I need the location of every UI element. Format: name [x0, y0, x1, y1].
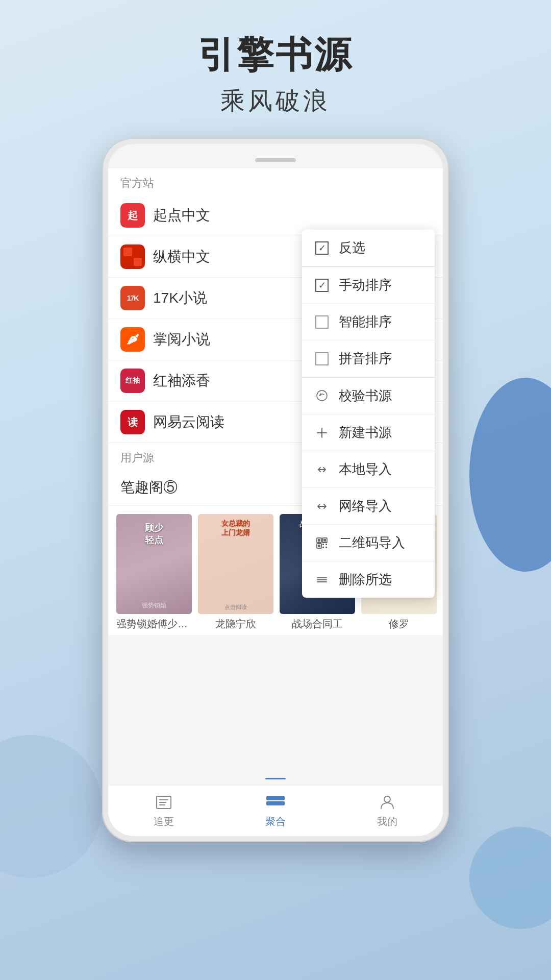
page-title-sub: 乘风破浪 [0, 85, 551, 117]
nav-icon-mine [377, 793, 397, 812]
svg-rect-16 [325, 547, 327, 548]
dropdown-item-fanxuan[interactable]: ✓ 反选 [302, 230, 435, 266]
dropdown-item-smart-sort[interactable]: 智能排序 [302, 304, 435, 340]
source-name-qidian: 起点中文 [153, 206, 210, 225]
dropdown-label-new-source: 新建书源 [339, 424, 392, 442]
svg-rect-24 [266, 796, 285, 800]
dropdown-label-net-import: 网络导入 [339, 497, 392, 515]
nav-icon-follow [154, 793, 174, 812]
source-icon-zhangyue: 🌶 [120, 327, 145, 352]
verify-icon [314, 388, 330, 404]
book-title-4: 修罗 [361, 617, 437, 631]
dropdown-label-local-import: 本地导入 [339, 460, 392, 478]
book-title-2: 龙隐宁欣 [198, 617, 273, 631]
pinyin-sort-icon [314, 351, 330, 366]
nav-item-juhe[interactable]: 聚合 [220, 793, 331, 828]
fanxuan-icon: ✓ [314, 240, 330, 256]
phone-screen: 23:19 🅿 ♪ ♪ ▪ • 📶 📡 100% 书 迷 [108, 168, 443, 836]
bottom-nav: 追更 聚合 [108, 785, 443, 836]
dropdown-menu: ✓ 反选 ✓ 手动排序 [302, 230, 435, 598]
book-title-1: 强势锁婚傅少钦... [116, 617, 192, 631]
checkbox-checked-manual: ✓ [315, 279, 329, 292]
source-icon-qidian: 起 [120, 203, 145, 228]
dropdown-label-fanxuan: 反选 [339, 239, 365, 257]
svg-rect-25 [266, 801, 285, 805]
svg-rect-15 [322, 547, 324, 548]
manual-sort-icon: ✓ [314, 278, 330, 293]
checkbox-checked-fanxuan: ✓ [315, 241, 329, 255]
dropdown-label-qr-import: 二维码导入 [339, 534, 405, 552]
source-icon-zongheng [120, 244, 145, 269]
book-cover-2: 女总裁的上门龙婿 点击阅读 [198, 514, 273, 614]
phone-mockup: 23:19 🅿 ♪ ♪ ▪ • 📶 📡 100% 书 迷 [102, 138, 449, 842]
net-import-icon [314, 499, 330, 514]
content-area: 官方站 起 起点中文 [108, 168, 443, 785]
source-name-hongxiu: 红袖添香 [153, 371, 210, 390]
bg-decoration-right [469, 378, 551, 572]
source-name-zongheng: 纵横中文 [153, 247, 210, 266]
nav-active-bar [265, 778, 286, 779]
dropdown-item-net-import[interactable]: 网络导入 [302, 488, 435, 525]
nav-item-follow[interactable]: 追更 [109, 793, 219, 828]
section-official: 官方站 [108, 168, 443, 195]
dropdown-item-new-source[interactable]: 新建书源 [302, 414, 435, 451]
nav-icon-juhe [265, 793, 286, 812]
dropdown-item-verify[interactable]: 校验书源 [302, 378, 435, 414]
source-icon-17k: 17K [120, 286, 145, 310]
page-header: 引擎书源 乘风破浪 [0, 0, 551, 138]
dropdown-label-pinyin-sort: 拼音排序 [339, 350, 392, 368]
checkbox-unchecked-pinyin [315, 352, 329, 365]
book-item-2[interactable]: 女总裁的上门龙婿 点击阅读 龙隐宁欣 [198, 514, 273, 631]
book-item-1[interactable]: 顾少轻点 强势锁婚 强势锁婚傅少钦... [116, 514, 192, 631]
svg-rect-14 [325, 544, 327, 545]
dropdown-item-pinyin-sort[interactable]: 拼音排序 [302, 340, 435, 377]
local-import-icon [314, 462, 330, 477]
source-icon-wangyi: 读 [120, 410, 145, 434]
nav-item-mine[interactable]: 我的 [332, 793, 442, 828]
smart-sort-icon [314, 314, 330, 330]
source-icon-hongxiu: 红袖 [120, 369, 145, 393]
svg-point-26 [384, 796, 390, 802]
dropdown-label-verify: 校验书源 [339, 387, 392, 405]
book-title-3: 战场合同工 [280, 617, 355, 631]
dropdown-label-manual-sort: 手动排序 [339, 276, 392, 294]
source-name-zhangyue: 掌阅小说 [153, 330, 210, 349]
svg-rect-13 [322, 544, 324, 545]
page-title-main: 引擎书源 [0, 31, 551, 80]
svg-rect-12 [318, 545, 320, 547]
new-source-icon [314, 425, 330, 440]
nav-label-juhe: 聚合 [265, 815, 286, 828]
dropdown-label-delete: 删除所选 [339, 571, 392, 589]
source-name-wangyi: 网易云阅读 [153, 412, 224, 432]
dropdown-item-manual-sort[interactable]: ✓ 手动排序 [302, 267, 435, 304]
book-cover-1: 顾少轻点 强势锁婚 [116, 514, 192, 614]
checkbox-unchecked-smart [315, 315, 329, 329]
delete-icon [314, 572, 330, 587]
dropdown-label-smart-sort: 智能排序 [339, 313, 392, 331]
source-name-biquyuge: 笔趣阁⑤ [120, 478, 178, 497]
bg-decoration-bottom-right [469, 827, 551, 929]
nav-label-mine: 我的 [377, 815, 397, 828]
source-name-17k: 17K小说 [153, 288, 207, 308]
svg-rect-10 [323, 539, 326, 542]
nav-label-follow: 追更 [154, 815, 174, 828]
phone-inner: 23:19 🅿 ♪ ♪ ▪ • 📶 📡 100% 书 迷 [108, 144, 443, 836]
svg-rect-8 [318, 539, 320, 542]
phone-speaker [255, 158, 296, 162]
dropdown-item-qr-import[interactable]: 二维码导入 [302, 525, 435, 561]
dropdown-item-delete[interactable]: 删除所选 [302, 561, 435, 598]
bg-decoration-bottom-left [0, 735, 102, 878]
qr-import-icon [314, 535, 330, 551]
dropdown-item-local-import[interactable]: 本地导入 [302, 451, 435, 488]
